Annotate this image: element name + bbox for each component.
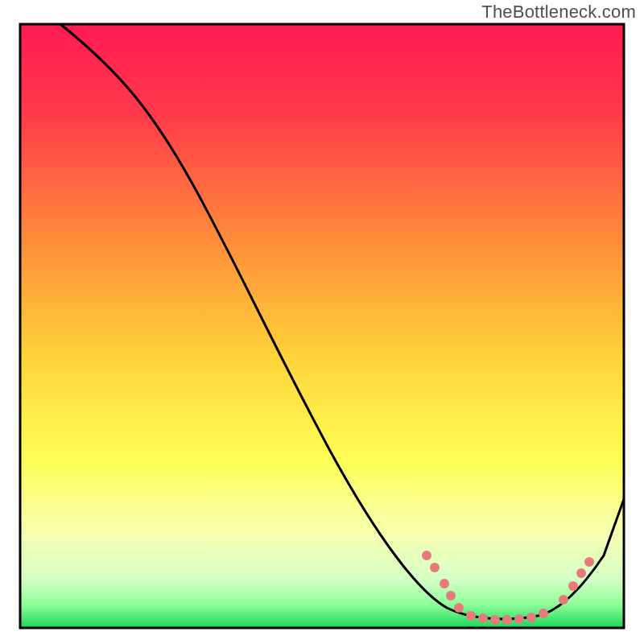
gradient-background <box>20 24 624 628</box>
svg-point-2 <box>440 579 449 588</box>
svg-point-1 <box>430 563 440 572</box>
svg-point-7 <box>490 615 500 625</box>
svg-point-6 <box>478 613 488 623</box>
plot-area <box>20 24 624 628</box>
watermark-text: TheBottleneck.com <box>481 2 636 23</box>
svg-point-13 <box>568 581 578 591</box>
svg-point-9 <box>514 614 524 624</box>
svg-point-0 <box>422 551 431 560</box>
svg-point-12 <box>559 595 568 605</box>
svg-point-8 <box>502 615 512 625</box>
svg-point-4 <box>454 603 464 613</box>
svg-point-15 <box>584 557 594 567</box>
svg-point-3 <box>446 591 456 601</box>
bottleneck-curve-chart <box>0 0 644 644</box>
chart-frame: TheBottleneck.com <box>0 0 644 644</box>
svg-point-14 <box>576 568 586 578</box>
svg-point-10 <box>526 613 536 622</box>
svg-point-11 <box>539 609 548 618</box>
svg-point-5 <box>466 611 476 621</box>
